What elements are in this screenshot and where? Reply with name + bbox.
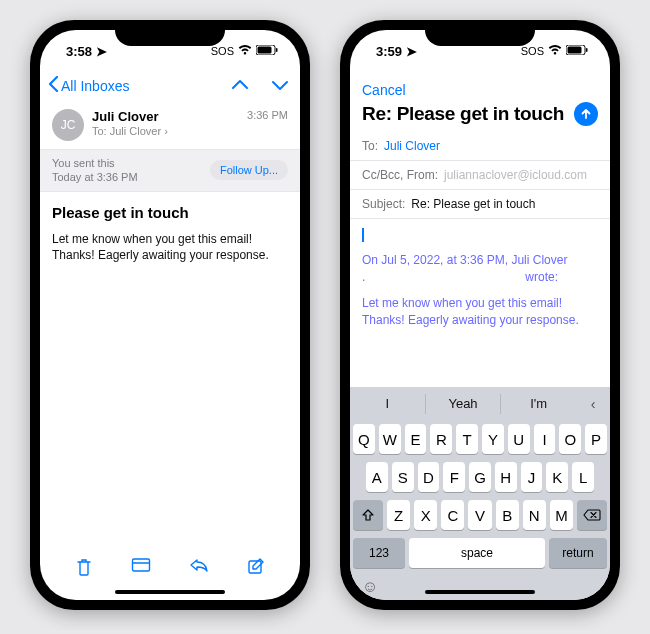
- svg-rect-7: [586, 48, 588, 52]
- compose-body[interactable]: On Jul 5, 2022, at 3:36 PM, Juli Clover …: [350, 219, 610, 387]
- battery-icon: [566, 45, 588, 57]
- emoji-button[interactable]: ☺: [362, 578, 378, 595]
- shift-key[interactable]: [353, 500, 383, 530]
- compose-button[interactable]: [247, 557, 265, 582]
- predictive-bar: I Yeah I'm ‹: [350, 387, 610, 420]
- key-v[interactable]: V: [468, 500, 491, 530]
- svg-rect-1: [258, 47, 272, 54]
- status-time: 3:58 ➤: [66, 44, 107, 59]
- key-g[interactable]: G: [469, 462, 491, 492]
- message-header: JC Juli Clover To: Juli Clover › 3:36 PM: [40, 103, 300, 149]
- svg-rect-2: [276, 48, 278, 52]
- to-field[interactable]: To: Juli Clover: [350, 132, 610, 161]
- wifi-icon: [238, 45, 252, 57]
- key-a[interactable]: A: [366, 462, 388, 492]
- key-q[interactable]: Q: [353, 424, 375, 454]
- predict-3[interactable]: I'm: [501, 387, 576, 420]
- key-w[interactable]: W: [379, 424, 401, 454]
- key-l[interactable]: L: [572, 462, 594, 492]
- key-z[interactable]: Z: [387, 500, 410, 530]
- notch: [115, 20, 225, 46]
- key-r[interactable]: R: [430, 424, 452, 454]
- compose-nav: Cancel: [350, 72, 610, 102]
- compose-title: Re: Please get in touch: [362, 103, 564, 125]
- predict-1[interactable]: I: [350, 387, 425, 420]
- cancel-button[interactable]: Cancel: [362, 82, 406, 98]
- predict-2[interactable]: Yeah: [426, 387, 501, 420]
- quoted-body: Let me know when you get this email! Tha…: [362, 295, 598, 329]
- key-u[interactable]: U: [508, 424, 530, 454]
- next-message-button[interactable]: [272, 77, 288, 95]
- quoted-header: On Jul 5, 2022, at 3:36 PM, Juli Clover: [362, 252, 598, 269]
- key-s[interactable]: S: [392, 462, 414, 492]
- key-b[interactable]: B: [496, 500, 519, 530]
- subject-value: Re: Please get in touch: [411, 197, 535, 211]
- location-icon: ➤: [406, 44, 417, 59]
- trash-button[interactable]: [75, 557, 93, 582]
- nav-bar: All Inboxes: [40, 72, 300, 103]
- phone-right: 3:59 ➤ SOS Cancel Re: Please get in touc…: [340, 20, 620, 610]
- key-c[interactable]: C: [441, 500, 464, 530]
- key-f[interactable]: F: [443, 462, 465, 492]
- location-icon: ➤: [96, 44, 107, 59]
- bottom-toolbar: [40, 557, 300, 582]
- to-line[interactable]: To: Juli Clover ›: [92, 125, 239, 139]
- key-i[interactable]: I: [534, 424, 556, 454]
- svg-rect-4: [249, 561, 261, 573]
- key-d[interactable]: D: [418, 462, 440, 492]
- archive-button[interactable]: [131, 557, 151, 582]
- status-sos: SOS: [211, 45, 234, 57]
- key-x[interactable]: X: [414, 500, 437, 530]
- status-time: 3:59 ➤: [376, 44, 417, 59]
- key-y[interactable]: Y: [482, 424, 504, 454]
- prev-message-button[interactable]: [232, 77, 248, 95]
- svg-rect-6: [568, 47, 582, 54]
- subject-field[interactable]: Subject: Re: Please get in touch: [350, 190, 610, 219]
- to-value: Juli Clover: [384, 139, 440, 153]
- predict-collapse[interactable]: ‹: [576, 396, 610, 412]
- sent-line2: Today at 3:36 PM: [52, 170, 138, 184]
- chevron-right-icon: ›: [164, 125, 168, 137]
- svg-rect-3: [133, 559, 150, 571]
- space-key[interactable]: space: [409, 538, 545, 568]
- key-n[interactable]: N: [523, 500, 546, 530]
- return-key[interactable]: return: [549, 538, 607, 568]
- message-body: Let me know when you get this email! Tha…: [40, 227, 300, 269]
- wifi-icon: [548, 45, 562, 57]
- screen-mail-view: 3:58 ➤ SOS All Inboxes JC: [40, 30, 300, 600]
- send-button[interactable]: [574, 102, 598, 126]
- numbers-key[interactable]: 123: [353, 538, 405, 568]
- text-cursor: [362, 228, 364, 242]
- follow-up-button[interactable]: Follow Up...: [210, 160, 288, 180]
- keyboard: I Yeah I'm ‹ QWERTYUIOP ASDFGHJKL ZXCVBN…: [350, 387, 610, 600]
- key-m[interactable]: M: [550, 500, 573, 530]
- battery-icon: [256, 45, 278, 57]
- sent-line1: You sent this: [52, 156, 138, 170]
- reply-button[interactable]: [189, 557, 209, 582]
- from-name[interactable]: Juli Clover: [92, 109, 239, 125]
- key-e[interactable]: E: [405, 424, 427, 454]
- message-time: 3:36 PM: [247, 109, 288, 121]
- home-indicator[interactable]: [425, 590, 535, 594]
- key-t[interactable]: T: [456, 424, 478, 454]
- message-subject: Please get in touch: [40, 192, 300, 227]
- from-value: juliannaclover@icloud.com: [444, 168, 587, 182]
- ccbcc-field[interactable]: Cc/Bcc, From: juliannaclover@icloud.com: [350, 161, 610, 190]
- notch: [425, 20, 535, 46]
- key-o[interactable]: O: [559, 424, 581, 454]
- key-h[interactable]: H: [495, 462, 517, 492]
- sent-banner: You sent this Today at 3:36 PM Follow Up…: [40, 149, 300, 192]
- backspace-key[interactable]: [577, 500, 607, 530]
- back-button[interactable]: All Inboxes: [48, 76, 129, 95]
- status-sos: SOS: [521, 45, 544, 57]
- phone-left: 3:58 ➤ SOS All Inboxes JC: [30, 20, 310, 610]
- back-label: All Inboxes: [61, 78, 129, 94]
- screen-compose: 3:59 ➤ SOS Cancel Re: Please get in touc…: [350, 30, 610, 600]
- chevron-left-icon: [48, 76, 59, 95]
- key-p[interactable]: P: [585, 424, 607, 454]
- key-k[interactable]: K: [546, 462, 568, 492]
- key-j[interactable]: J: [521, 462, 543, 492]
- avatar[interactable]: JC: [52, 109, 84, 141]
- home-indicator[interactable]: [115, 590, 225, 594]
